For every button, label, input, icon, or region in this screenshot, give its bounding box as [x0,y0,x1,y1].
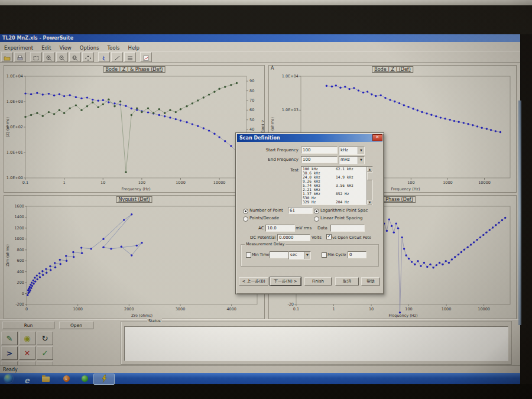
svg-text:40: 40 [249,127,254,132]
min-time-input[interactable] [270,251,288,258]
browser-icon[interactable]: e [22,374,31,383]
control-panel: Run Open ✎ ◉ ↻ > ✕ ✓ Status [0,319,520,366]
svg-text:4000: 4000 [226,307,236,312]
chart-title[interactable]: Bode | Z | & Phase (Def) [103,66,166,73]
loop-icon[interactable]: ↻ [37,332,53,345]
test-list-row[interactable]: 9.26 kHz [301,179,372,183]
monitor-bezel-top-strip [0,0,532,5]
print-icon[interactable] [14,52,26,62]
log-spacing-label: Logarithmic Point Spac [320,208,368,213]
list-scrollbar[interactable]: ▲ ▼ [366,167,372,205]
test-list-row[interactable]: 1.37 kHz852 Hz [301,192,372,196]
cancel-button[interactable]: 取消 [335,277,359,286]
finish-button[interactable]: Finish [304,277,332,286]
test-list-row[interactable]: 100 kHz62.1 kHz [301,167,372,171]
zoom-in-icon[interactable] [43,52,55,62]
test-list-row[interactable]: 5.74 kHz3.56 kHz [301,183,372,187]
svg-text:Zim (ohms): Zim (ohms) [5,244,10,267]
svg-text:Frequency (Hz): Frequency (Hz) [388,313,417,318]
svg-text:0: 0 [22,291,24,296]
scroll-down-icon[interactable]: ▼ [367,200,372,205]
number-of-point-radio[interactable] [243,209,248,214]
chart-title[interactable]: Nyquist (Def) [116,196,152,203]
min-cycle-checkbox[interactable] [322,252,327,258]
svg-text:1: 1 [332,307,335,312]
chevron-down-icon[interactable]: ▼ [304,252,310,259]
chart-title[interactable]: Bode | Z | (Def) [372,66,413,73]
pan-icon[interactable] [82,52,94,62]
svg-text:10: 10 [369,307,374,312]
explorer-folder-icon[interactable] [41,374,50,383]
log-spacing-radio[interactable] [314,209,319,214]
ac-unit-label: mV rms [296,226,312,231]
test-list-row[interactable]: 38.6 kHz [301,171,372,175]
line-tool-icon[interactable] [111,52,123,62]
svg-text:1000: 1000 [442,307,452,312]
chevron-down-icon[interactable]: ▼ [358,157,364,164]
taskbar: e ▸ [0,373,520,384]
open-button[interactable]: Open [59,322,93,329]
chart-plot-bode-z-phase: 0.11101001000100001.0E+041.0E+031.0E+021… [4,73,264,192]
monitor-bezel-right [521,34,532,384]
target-icon[interactable]: ◉ [19,332,35,345]
min-time-unit-select[interactable]: sec▼ [288,251,311,259]
svg-text:-20: -20 [287,302,294,307]
zoom-out-icon[interactable] [56,52,68,62]
media-player-icon[interactable]: ▸ [62,374,71,383]
test-list-row[interactable]: 329 Hz204 Hz [301,200,372,204]
zoom-window-icon[interactable] [69,52,81,62]
svg-text:70: 70 [249,98,254,103]
points-per-decade-label: Points/Decade [249,216,279,220]
open-icon[interactable] [1,52,13,62]
dc-potential-input[interactable]: 0.0000 [277,234,310,241]
end-frequency-unit-select[interactable]: mHz▼ [339,156,365,164]
linear-spacing-label: Linear Point Spacing [320,216,362,220]
svg-text:Zre (ohms): Zre (ohms) [131,313,153,318]
start-frequency-input[interactable]: 100 [301,147,338,154]
data-list-icon[interactable] [124,52,136,62]
min-time-label: Min Time [252,252,270,257]
svg-text:1000: 1000 [14,236,24,241]
lightning-icon [100,374,108,383]
vs-open-circuit-checkbox[interactable]: ✓ [326,234,332,239]
probe-icon[interactable] [98,52,110,62]
scroll-up-icon[interactable]: ▲ [367,167,372,171]
run-button[interactable]: Run [2,322,54,329]
back-button[interactable]: < 上一步(B) [239,277,268,286]
close-icon[interactable]: ✕ [372,134,382,141]
points-per-decade-radio[interactable] [243,216,248,222]
svg-text:Frequency (Hz): Frequency (Hz) [121,187,150,192]
start-button-icon[interactable] [4,374,13,383]
help-button[interactable]: 帮助 [361,277,380,286]
ac-amplitude-input[interactable]: 10.0 [265,225,295,232]
abort-icon[interactable]: ✕ [19,346,35,360]
dialog-title[interactable]: Scan Definition [237,134,382,142]
number-of-point-input[interactable]: 61 [288,207,313,214]
chevron-down-icon[interactable]: ▼ [358,147,364,154]
scroll-thumb[interactable] [367,172,372,180]
start-frequency-unit-select[interactable]: kHz▼ [339,147,365,155]
svg-text:1600: 1600 [14,204,24,209]
linear-spacing-radio[interactable] [314,216,319,222]
min-time-checkbox[interactable] [246,252,251,258]
accept-icon[interactable]: ✓ [37,346,53,360]
edit-experiment-icon[interactable]: ✎ [1,332,18,345]
data-input[interactable] [330,225,365,232]
end-frequency-input[interactable]: 100 [301,156,338,163]
test-frequency-list[interactable]: 100 kHz62.1 kHz38.6 kHz24.0 kHz14.9 kHz9… [301,166,373,205]
svg-text:800: 800 [17,248,24,252]
min-cycle-input[interactable]: 0 [348,251,366,258]
test-list-row[interactable]: 530 Hz [301,196,372,200]
next-button[interactable]: 下一步(N) > [270,277,301,286]
test-list-row[interactable]: 2.21 kHz [301,187,372,192]
powersuite-taskbar-button[interactable] [93,374,115,385]
test-list-row[interactable]: 24.0 kHz14.9 kHz [301,175,372,179]
svg-text:1.0E+03: 1.0E+03 [7,99,23,104]
svg-text:0: 0 [25,307,28,312]
select-rect-icon[interactable] [30,52,42,62]
step-icon[interactable]: > [1,346,18,360]
svg-text:600: 600 [17,258,24,263]
green-app-icon[interactable] [80,374,89,383]
application-window: TL20 MnZ.xls - PowerSuite ExperimentEdit… [0,34,520,384]
report-icon[interactable] [140,52,152,62]
